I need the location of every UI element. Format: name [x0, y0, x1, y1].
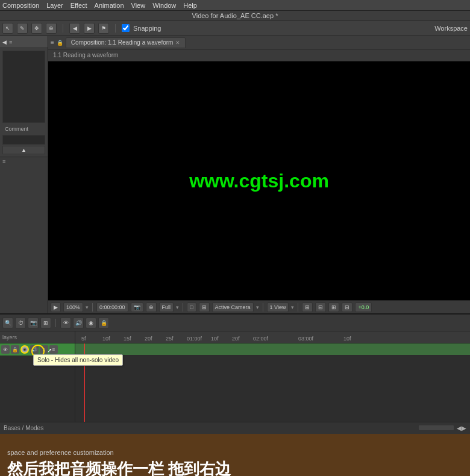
- quality-arrow[interactable]: ▾: [176, 304, 179, 310]
- timecode-display[interactable]: 0:00:00:00: [96, 302, 128, 312]
- timeline-area: 🔍 ⏱ 📷 ⊞ 👁 🔊 ◉ 🔒 layers 👁 🔒 ◉ 🔊 ♫: [0, 313, 470, 434]
- ruler-mark-5: 01:00f: [187, 336, 202, 342]
- separator-1: [92, 303, 93, 312]
- layout-btn[interactable]: ⊞: [302, 302, 313, 312]
- comment-label: Comment: [2, 124, 45, 134]
- magnet-icon[interactable]: ⊕: [146, 302, 157, 312]
- layer-solo-btn[interactable]: ◉: [20, 345, 29, 354]
- toolbar: ↖ ✎ ✥ ⊕ ◀ ▶ ⚑ Snapping Workspace: [0, 20, 470, 36]
- timeline-tracks: 5f 10f 15f 20f 25f 01:00f 10f 20f 02:00f…: [75, 331, 470, 422]
- preview-area: [2, 51, 45, 123]
- comp-tab[interactable]: Composition: 1.1 Reading a waveform ✕: [66, 37, 186, 48]
- track-area: [75, 343, 470, 422]
- view-label[interactable]: Active Camera: [212, 302, 254, 312]
- zoom-display[interactable]: 100%: [63, 302, 83, 312]
- timeline-content: layers 👁 🔒 ◉ 🔊 ♫ ≡ ↗ Solo - Hide: [0, 331, 470, 422]
- panel-menu-icon[interactable]: ≡: [51, 39, 54, 46]
- comp-viewer: www.cgtsj.com: [48, 61, 470, 300]
- menu-animation[interactable]: Animation: [95, 2, 124, 9]
- ruler-btn[interactable]: ⊟: [342, 302, 352, 312]
- tl-clock-btn[interactable]: ⏱: [15, 318, 26, 328]
- tool-back[interactable]: ◀: [69, 23, 80, 34]
- menu-view[interactable]: View: [131, 2, 146, 9]
- tl-solo-group-btn[interactable]: ◉: [86, 318, 96, 328]
- snapping-checkbox[interactable]: [122, 24, 130, 32]
- comp-name-label: 1.1 Reading a waveform: [53, 52, 118, 58]
- left-panel-top: ◀ ≡ Comment ▲: [0, 36, 48, 157]
- tl-grid-btn[interactable]: ⊞: [40, 318, 51, 328]
- tooltip-text: Solo - Hides all non-solo video: [37, 357, 119, 363]
- layer-list: layers 👁 🔒 ◉ 🔊 ♫ ≡ ↗ Solo - Hide: [0, 331, 75, 422]
- panel-collapse-icon[interactable]: ◀: [2, 39, 7, 45]
- comment-field[interactable]: [2, 135, 45, 145]
- ruler-mark-0: 5f: [81, 336, 86, 342]
- menu-layer[interactable]: Layer: [46, 2, 63, 9]
- menu-help[interactable]: Help: [183, 2, 197, 9]
- caption-area: space and preference customization 然后我把音…: [0, 434, 470, 476]
- layer-row: 👁 🔒 ◉ 🔊 ♫ ≡ ↗ Solo - Hides all non-solo …: [0, 343, 75, 355]
- ruler-mark-1: 10f: [102, 336, 110, 342]
- play-pause-btn[interactable]: ▶: [51, 302, 61, 312]
- track-row: [75, 343, 470, 355]
- layer-eye-btn[interactable]: 👁: [1, 345, 10, 354]
- comp-panel: ≡ 🔒 Composition: 1.1 Reading a waveform …: [48, 36, 470, 313]
- tl-audio-btn[interactable]: 🔊: [73, 318, 84, 328]
- ruler-mark-2: 15f: [124, 336, 131, 342]
- snapping-label: Snapping: [133, 25, 161, 32]
- zoom-arrow[interactable]: ▾: [86, 304, 89, 310]
- tl-eye-btn[interactable]: 👁: [60, 318, 71, 328]
- bottom-panel-label: ≡: [0, 157, 48, 166]
- menu-effect[interactable]: Effect: [70, 2, 87, 9]
- scroll-icon[interactable]: ◀▶: [457, 425, 466, 431]
- tl-camera-btn[interactable]: 📷: [28, 318, 39, 328]
- resolution-icon[interactable]: □: [187, 302, 196, 312]
- status-controls: ◀▶: [418, 425, 466, 431]
- lock-icon[interactable]: 🔒: [57, 40, 63, 46]
- comp-tab-bar: ≡ 🔒 Composition: 1.1 Reading a waveform …: [48, 36, 470, 49]
- layer-audio-btn[interactable]: 🔊: [30, 345, 39, 354]
- view-count-arrow[interactable]: ▾: [291, 304, 294, 310]
- menu-composition[interactable]: Composition: [2, 2, 39, 9]
- tl-lock-btn[interactable]: 🔒: [98, 318, 109, 328]
- quality-display[interactable]: Full: [159, 302, 174, 312]
- ruler-mark-6: 10f: [211, 336, 219, 342]
- left-panel: ◀ ≡ Comment ▲ ≡: [0, 36, 48, 313]
- cursor-indicator: ↗: [47, 347, 52, 354]
- safe-btn[interactable]: ⊞: [328, 302, 339, 312]
- grid-btn2[interactable]: ⊟: [315, 302, 326, 312]
- left-panel-bottom: ≡: [0, 157, 48, 313]
- title-bar: Video for Audio_AE CC.aep *: [0, 11, 470, 20]
- tool-select[interactable]: ↖: [2, 23, 13, 34]
- menu-window[interactable]: Window: [152, 2, 176, 9]
- caption-main: 然后我把音频操作一栏 拖到右边: [7, 459, 463, 476]
- main-layout: ◀ ≡ Comment ▲ ≡ ≡ 🔒 Composition: 1.1 Rea…: [0, 36, 470, 313]
- separator-4: [298, 303, 298, 312]
- grid-icon[interactable]: ⊞: [199, 302, 210, 312]
- workspace-label: Workspace: [434, 25, 468, 32]
- comp-tab-close[interactable]: ✕: [175, 40, 180, 46]
- offset-value: +0.0: [358, 304, 369, 310]
- ruler-mark-9: 03:00f: [298, 336, 313, 342]
- tool-pen[interactable]: ✎: [17, 23, 28, 34]
- tool-move[interactable]: ✥: [31, 23, 42, 34]
- caption-small: space and preference customization: [7, 449, 463, 456]
- panel-top-label: ≡: [9, 39, 12, 45]
- view-count[interactable]: 1 View: [267, 302, 289, 312]
- tool-flag[interactable]: ⚑: [98, 23, 109, 34]
- tl-separator: [55, 319, 56, 327]
- ruler-mark-10: 10f: [343, 336, 351, 342]
- menu-bar: Composition Layer Effect Animation View …: [0, 0, 470, 11]
- view-arrow[interactable]: ▾: [256, 304, 259, 310]
- camera-icon[interactable]: 📷: [131, 302, 143, 312]
- layer-lock-btn[interactable]: 🔒: [11, 345, 19, 354]
- tl-search-btn[interactable]: 🔍: [2, 318, 13, 328]
- ruler-mark-8: 02:00f: [253, 336, 268, 342]
- solo-btn-container: ◉: [20, 345, 29, 354]
- separator-3: [263, 303, 263, 312]
- expand-icon[interactable]: ▲: [2, 146, 45, 154]
- ruler-mark-4: 25f: [166, 336, 174, 342]
- scroll-bar[interactable]: [418, 425, 454, 431]
- tool-forward[interactable]: ▶: [84, 23, 95, 34]
- tool-camera[interactable]: ⊕: [46, 23, 57, 34]
- offset-display: +0.0: [355, 302, 372, 312]
